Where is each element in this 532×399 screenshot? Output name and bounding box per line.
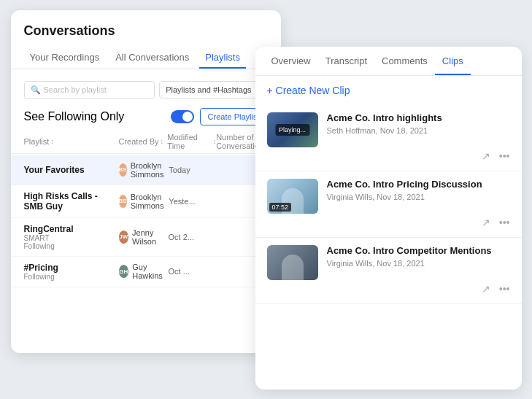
avatar: BS (119, 163, 127, 177)
panel-title: Conversations (11, 23, 281, 47)
more-options-icon[interactable]: ••• (499, 217, 510, 228)
clip-content: 07:52 Acme Co. Intro Pricing Discussion … (267, 179, 510, 214)
right-tabs: Overview Transcript Comments Clips (255, 47, 522, 76)
playlist-row[interactable]: Your Favorites BS Brooklyn Simmons Today (11, 155, 281, 185)
more-options-icon[interactable]: ••• (499, 283, 510, 295)
table-header: Playlist ↕ Created By ↕ Modified Time ↕ … (11, 130, 281, 154)
playlist-name: Your Favorites (24, 165, 119, 175)
right-panel: Overview Transcript Comments Clips + Cre… (255, 47, 522, 390)
tabs-row: Your Recordings All Conversations Playli… (11, 47, 281, 69)
search-icon: 🔍 (31, 85, 41, 95)
playlist-name: #Pricing Following (24, 263, 119, 281)
search-input[interactable]: 🔍 Search by playlist (24, 81, 155, 99)
search-placeholder: Search by playlist (44, 85, 107, 94)
filter-label: Playlists and #Hashtags (166, 85, 251, 94)
sort-icon-2: ↕ (161, 138, 164, 145)
share-icon[interactable]: ↗ (482, 150, 490, 162)
modified-time: Today (169, 166, 218, 174)
modified-time: Oct 2... (169, 233, 218, 241)
clip-content: Acme Co. Intro Competitor Mentions Virgi… (267, 245, 510, 280)
tab-transcript[interactable]: Transcript (318, 47, 374, 75)
modified-time: Oct ... (169, 267, 218, 276)
following-label: See Following Only (24, 110, 125, 123)
clip-content: Playing... Acme Co. Intro highlights Set… (267, 112, 510, 147)
playlist-row[interactable]: High Risks Calls - SMB Guy BS Brooklyn S… (11, 185, 281, 218)
playlist-name: High Risks Calls - SMB Guy (24, 191, 119, 212)
controls-row: 🔍 Search by playlist Playlists and #Hash… (11, 77, 281, 104)
person-silhouette (282, 255, 304, 280)
share-icon[interactable]: ↗ (482, 217, 490, 228)
creator-name: Brooklyn Simmons (131, 161, 169, 179)
sort-icon: ↕ (50, 138, 54, 145)
clip-info: Acme Co. Intro Pricing Discussion Virgin… (327, 179, 510, 202)
smart-badge: SMARTFollowing (24, 234, 119, 250)
clip-meta: Virginia Wills, Nov 18, 2021 (327, 193, 510, 201)
clip-info: Acme Co. Intro highlights Seth Hoffman, … (327, 112, 510, 136)
tab-overview[interactable]: Overview (264, 47, 318, 75)
clip-actions: ↗ ••• (267, 280, 510, 296)
col-created-by: Created By ↕ (119, 133, 168, 150)
share-icon[interactable]: ↗ (482, 283, 490, 295)
create-clip-button[interactable]: + Create New Clip (255, 76, 522, 105)
col-modified-time: Modified Time ↕ (167, 133, 216, 150)
playlist-row[interactable]: #Pricing Following GH Guy Hawkins Oct ..… (11, 257, 281, 287)
tab-clips[interactable]: Clips (435, 47, 471, 75)
col-playlist: Playlist ↕ (24, 133, 119, 150)
clip-title: Acme Co. Intro Competitor Mentions (327, 245, 510, 257)
clip-meta: Virginia Wills, Nov 18, 2021 (327, 259, 510, 268)
clip-thumbnail: 07:52 (267, 179, 318, 214)
playlist-row[interactable]: RingCentral SMARTFollowing JW Jenny Wils… (11, 218, 281, 257)
creator-name: Guy Hawkins (132, 263, 168, 280)
creator-name: Jenny Wilson (132, 228, 168, 246)
clip-info: Acme Co. Intro Competitor Mentions Virgi… (327, 245, 510, 268)
creator-cell: BS Brooklyn Simmons (119, 193, 169, 210)
avatar: BS (119, 195, 127, 208)
clip-thumbnail (267, 245, 318, 280)
avatar: GH (119, 265, 129, 278)
clip-item: Playing... Acme Co. Intro highlights Set… (255, 105, 522, 171)
playlist-name: RingCentral SMARTFollowing (24, 224, 119, 250)
left-panel: Conversations Your Recordings All Conver… (11, 10, 281, 353)
duration-badge: 07:52 (269, 203, 292, 212)
following-badge: Following (24, 273, 119, 281)
modified-time: Yeste... (169, 197, 218, 206)
tab-comments[interactable]: Comments (374, 47, 435, 75)
clip-title: Acme Co. Intro Pricing Discussion (327, 179, 510, 191)
avatar: JW (119, 231, 129, 244)
clip-item: Acme Co. Intro Competitor Mentions Virgi… (255, 238, 522, 304)
tab-your-recordings[interactable]: Your Recordings (24, 47, 106, 69)
more-options-icon[interactable]: ••• (499, 150, 510, 162)
clip-meta: Seth Hoffman, Nov 18, 2021 (327, 126, 510, 135)
tab-all-conversations[interactable]: All Conversations (109, 47, 195, 69)
clip-item: 07:52 Acme Co. Intro Pricing Discussion … (255, 171, 522, 238)
clip-thumbnail: Playing... (267, 112, 318, 147)
tab-playlists[interactable]: Playlists (199, 47, 246, 69)
clip-title: Acme Co. Intro highlights (327, 112, 510, 125)
clip-actions: ↗ ••• (267, 214, 510, 230)
creator-cell: JW Jenny Wilson (119, 228, 169, 246)
creator-cell: BS Brooklyn Simmons (119, 161, 169, 179)
clip-actions: ↗ ••• (267, 147, 510, 163)
creator-cell: GH Guy Hawkins (119, 263, 169, 280)
playing-badge: Playing... (275, 124, 309, 136)
filter-dropdown[interactable]: Playlists and #Hashtags ▼ (159, 81, 267, 98)
creator-name: Brooklyn Simmons (131, 193, 169, 210)
following-row: See Following Only Create Playlist (11, 106, 281, 130)
following-toggle[interactable] (171, 110, 194, 123)
